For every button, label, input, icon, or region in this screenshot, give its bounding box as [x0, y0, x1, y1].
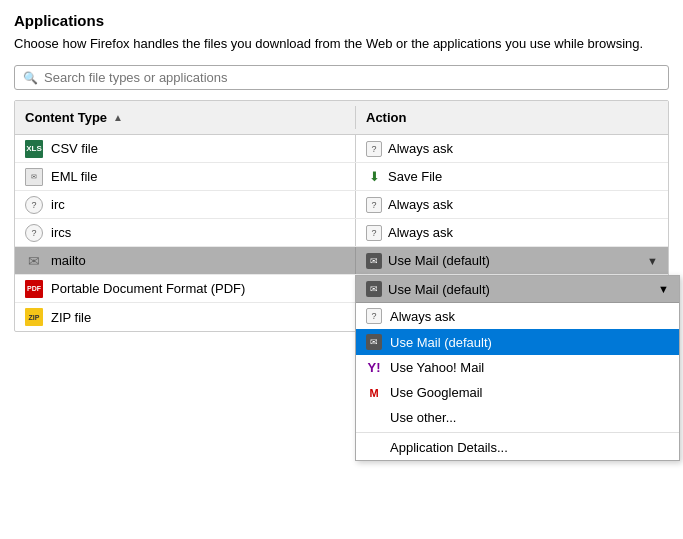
dropdown-item-always-ask[interactable]: ? Always ask — [356, 303, 679, 329]
ask-action-icon: ? — [366, 197, 382, 213]
col-header-action: Action — [356, 106, 668, 129]
description: Choose how Firefox handles the files you… — [14, 35, 669, 53]
search-icon: 🔍 — [23, 71, 38, 85]
search-container: 🔍 — [14, 65, 669, 90]
dropdown-header-chevron-icon: ▼ — [658, 283, 669, 295]
page-title: Applications — [14, 12, 669, 29]
yahoo-icon: Y! — [366, 360, 382, 375]
table-row[interactable]: XLS CSV file ? Always ask — [15, 135, 668, 163]
ask-action-icon: ? — [366, 225, 382, 241]
ask-icon: ? — [366, 308, 382, 324]
dropdown-item-app-details[interactable]: Application Details... — [356, 435, 679, 460]
mailto-file-icon: ✉ — [25, 252, 43, 270]
ircs-file-icon: ? — [25, 224, 43, 242]
csv-file-icon: XLS — [25, 140, 43, 158]
table-row[interactable]: ✉ EML file ⬇ Save File — [15, 163, 668, 191]
search-input[interactable] — [44, 70, 660, 85]
dropdown-item-use-yahoo[interactable]: Y! Use Yahoo! Mail — [356, 355, 679, 380]
table-header: Content Type ▲ Action — [15, 101, 668, 135]
gmail-icon: M — [366, 387, 382, 399]
eml-file-icon: ✉ — [25, 168, 43, 186]
applications-table: Content Type ▲ Action XLS CSV file ? Alw… — [14, 100, 669, 332]
table-row[interactable]: ? ircs ? Always ask — [15, 219, 668, 247]
dropdown-item-use-other[interactable]: Use other... — [356, 405, 679, 430]
col-header-content-type: Content Type ▲ — [15, 106, 355, 129]
action-dropdown-menu: ✉ Use Mail (default) ▼ ? Always ask ✉ Us… — [355, 275, 680, 461]
sort-arrow-icon: ▲ — [113, 112, 123, 123]
dropdown-item-use-gmail[interactable]: M Use Googlemail — [356, 380, 679, 405]
mail-action-icon: ✉ — [366, 253, 382, 269]
table-row[interactable]: ? irc ? Always ask — [15, 191, 668, 219]
pdf-file-icon: PDF — [25, 280, 43, 298]
ask-action-icon: ? — [366, 141, 382, 157]
table-row[interactable]: ✉ mailto ✉ Use Mail (default) ▼ ✉ Use Ma… — [15, 247, 668, 275]
irc-file-icon: ? — [25, 196, 43, 214]
dropdown-item-use-mail[interactable]: ✉ Use Mail (default) — [356, 329, 679, 355]
dropdown-header: ✉ Use Mail (default) ▼ — [356, 276, 679, 303]
mail-header-icon: ✉ — [366, 281, 382, 297]
save-action-icon: ⬇ — [366, 169, 382, 185]
zip-file-icon: ZIP — [25, 308, 43, 326]
mail-icon: ✉ — [366, 334, 382, 350]
dropdown-chevron-icon[interactable]: ▼ — [647, 255, 658, 267]
